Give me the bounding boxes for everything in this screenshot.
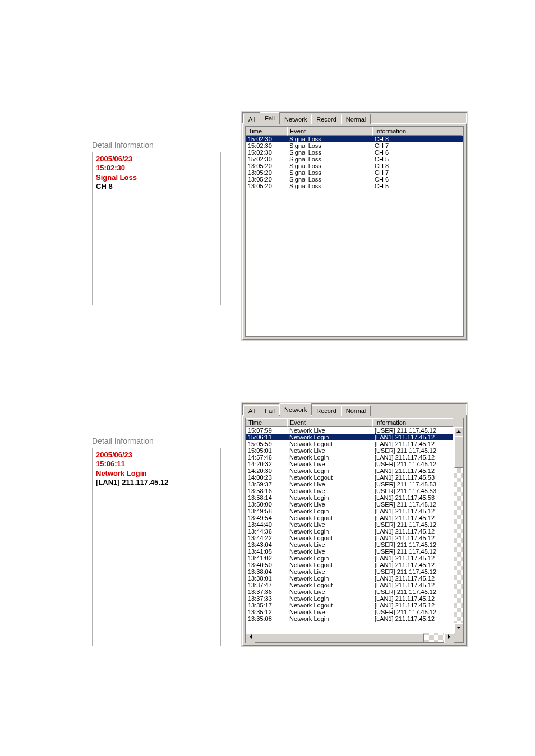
horizontal-scrollbar[interactable] bbox=[246, 633, 463, 642]
table-row[interactable]: 13:35:08Network Login[LAN1] 211.117.45.1… bbox=[246, 615, 453, 622]
detail-info-label: Detail Information bbox=[92, 141, 221, 150]
cell: [LAN1] 211.117.45.12 bbox=[372, 467, 453, 474]
tab-fail[interactable]: Fail bbox=[260, 405, 280, 416]
tab-bar: AllFailNetworkRecordNormal bbox=[242, 112, 467, 123]
table-row[interactable]: 13:50:00Network Live[USER] 211.117.45.12 bbox=[246, 501, 453, 508]
cell: Network Logout bbox=[287, 474, 372, 481]
event-list[interactable]: TimeEventInformation 15:07:59Network Liv… bbox=[245, 418, 464, 643]
table-row[interactable]: 14:00:23Network Logout[LAN1] 211.117.45.… bbox=[246, 474, 453, 481]
cell: 13:40:50 bbox=[246, 562, 287, 568]
cell: [LAN1] 211.117.45.12 bbox=[372, 514, 453, 521]
scroll-thumb[interactable] bbox=[454, 436, 463, 468]
tab-bar: AllFailNetworkRecordNormal bbox=[242, 403, 467, 415]
table-row[interactable]: 13:43:04Network Live[USER] 211.117.45.12 bbox=[246, 541, 453, 548]
scroll-corner bbox=[454, 633, 463, 642]
cell: 13:41:05 bbox=[246, 548, 287, 555]
tab-network[interactable]: Network bbox=[279, 403, 312, 415]
table-row[interactable]: 13:40:50Network Logout[LAN1] 211.117.45.… bbox=[246, 562, 453, 568]
table-row[interactable]: 13:05:20Signal LossCH 5 bbox=[246, 183, 463, 189]
column-header-event[interactable]: Event bbox=[287, 127, 372, 136]
table-row[interactable]: 13:05:20Signal LossCH 7 bbox=[246, 169, 463, 176]
column-header-time[interactable]: Time bbox=[246, 127, 287, 136]
table-row[interactable]: 13:58:16Network Live[USER] 211.117.45.53 bbox=[246, 488, 453, 494]
detail-line: CH 8 bbox=[96, 182, 217, 191]
table-row[interactable]: 15:06:11Network Login[LAN1] 211.117.45.1… bbox=[246, 434, 453, 440]
table-row[interactable]: 15:05:01Network Live[USER] 211.117.45.12 bbox=[246, 447, 453, 454]
scroll-track[interactable] bbox=[454, 436, 463, 624]
table-row[interactable]: 13:05:20Signal LossCH 6 bbox=[246, 176, 463, 183]
cell: 14:20:32 bbox=[246, 461, 287, 467]
cell: Network Login bbox=[287, 615, 372, 622]
tab-normal[interactable]: Normal bbox=[341, 405, 371, 416]
scroll-track[interactable] bbox=[255, 633, 445, 642]
table-row[interactable]: 13:44:40Network Live[USER] 211.117.45.12 bbox=[246, 521, 453, 528]
cell: Network Logout bbox=[287, 440, 372, 447]
tab-record[interactable]: Record bbox=[311, 114, 341, 124]
table-row[interactable]: 13:44:22Network Logout[LAN1] 211.117.45.… bbox=[246, 535, 453, 541]
cell: [USER] 211.117.45.12 bbox=[372, 541, 453, 548]
cell: Network Login bbox=[287, 595, 372, 602]
cell: [LAN1] 211.117.45.12 bbox=[372, 615, 453, 622]
scroll-down-button[interactable] bbox=[454, 623, 463, 633]
column-header-time[interactable]: Time bbox=[246, 418, 287, 427]
table-row[interactable]: 13:49:54Network Logout[LAN1] 211.117.45.… bbox=[246, 514, 453, 521]
table-row[interactable]: 13:37:47Network Logout[LAN1] 211.117.45.… bbox=[246, 582, 453, 588]
column-header-information[interactable]: Information bbox=[372, 127, 462, 136]
cell: Network Login bbox=[287, 555, 372, 562]
tab-normal[interactable]: Normal bbox=[341, 114, 371, 124]
table-row[interactable]: 14:20:30Network Login[LAN1] 211.117.45.1… bbox=[246, 467, 453, 474]
scroll-right-button[interactable] bbox=[444, 633, 454, 643]
table-row[interactable]: 15:02:30Signal LossCH 5 bbox=[246, 156, 463, 163]
cell: 13:05:20 bbox=[246, 169, 287, 176]
table-row[interactable]: 13:41:02Network Login[LAN1] 211.117.45.1… bbox=[246, 555, 453, 562]
table-row[interactable]: 13:38:01Network Login[LAN1] 211.117.45.1… bbox=[246, 575, 453, 582]
cell: Network Login bbox=[287, 575, 372, 582]
table-row[interactable]: 13:44:36Network Login[LAN1] 211.117.45.1… bbox=[246, 528, 453, 535]
cell: CH 6 bbox=[372, 149, 462, 156]
tab-record[interactable]: Record bbox=[311, 405, 341, 416]
cell: Signal Loss bbox=[287, 163, 372, 169]
cell: Signal Loss bbox=[287, 149, 372, 156]
table-row[interactable]: 13:41:05Network Live[USER] 211.117.45.12 bbox=[246, 548, 453, 555]
cell: 13:37:36 bbox=[246, 588, 287, 595]
cell: CH 6 bbox=[372, 176, 462, 183]
vertical-scrollbar[interactable] bbox=[454, 427, 463, 633]
cell: Network Logout bbox=[287, 535, 372, 541]
table-row[interactable]: 14:20:32Network Live[USER] 211.117.45.12 bbox=[246, 461, 453, 467]
cell: [LAN1] 211.117.45.12 bbox=[372, 602, 453, 609]
table-row[interactable]: 15:02:30Signal LossCH 6 bbox=[246, 149, 463, 156]
cell: 13:35:17 bbox=[246, 602, 287, 609]
table-row[interactable]: 15:02:30Signal LossCH 7 bbox=[246, 142, 463, 149]
tab-all[interactable]: All bbox=[243, 114, 260, 124]
table-row[interactable]: 15:05:59Network Logout[LAN1] 211.117.45.… bbox=[246, 440, 453, 447]
scroll-thumb[interactable] bbox=[255, 633, 424, 642]
table-row[interactable]: 13:49:58Network Login[LAN1] 211.117.45.1… bbox=[246, 508, 453, 514]
table-row[interactable]: 13:38:04Network Live[USER] 211.117.45.12 bbox=[246, 568, 453, 575]
cell: CH 7 bbox=[372, 169, 462, 176]
table-row[interactable]: 13:35:12Network Live[USER] 211.117.45.12 bbox=[246, 609, 453, 615]
detail-line: 2005/06/23 bbox=[96, 155, 217, 164]
detail-line: Signal Loss bbox=[96, 173, 217, 182]
table-row[interactable]: 13:37:36Network Live[USER] 211.117.45.12 bbox=[246, 588, 453, 595]
chevron-down-icon bbox=[456, 627, 461, 629]
column-header-event[interactable]: Event bbox=[287, 418, 372, 427]
table-row[interactable]: 13:37:33Network Login[LAN1] 211.117.45.1… bbox=[246, 595, 453, 602]
table-row[interactable]: 15:02:30Signal LossCH 8 bbox=[246, 136, 463, 142]
cell: 15:02:30 bbox=[246, 142, 287, 149]
cell: Signal Loss bbox=[287, 183, 372, 189]
table-row[interactable]: 14:57:46Network Login[LAN1] 211.117.45.1… bbox=[246, 454, 453, 461]
table-row[interactable]: 13:59:37Network Live[USER] 211.117.45.53 bbox=[246, 481, 453, 488]
table-row[interactable]: 13:05:20Signal LossCH 8 bbox=[246, 163, 463, 169]
tab-network[interactable]: Network bbox=[279, 114, 312, 124]
cell: [USER] 211.117.45.12 bbox=[372, 548, 453, 555]
event-list[interactable]: TimeEventInformation 15:02:30Signal Loss… bbox=[245, 126, 464, 337]
cell: 15:02:30 bbox=[246, 136, 287, 142]
cell: Network Live bbox=[287, 548, 372, 555]
tab-fail[interactable]: Fail bbox=[260, 112, 280, 124]
tab-all[interactable]: All bbox=[243, 405, 260, 416]
table-row[interactable]: 15:07:59Network Live[USER] 211.117.45.12 bbox=[246, 427, 453, 434]
table-row[interactable]: 13:35:17Network Logout[LAN1] 211.117.45.… bbox=[246, 602, 453, 609]
cell: CH 7 bbox=[372, 142, 462, 149]
column-header-information[interactable]: Information bbox=[372, 418, 453, 427]
table-row[interactable]: 13:58:14Network Login[LAN1] 211.117.45.5… bbox=[246, 494, 453, 501]
